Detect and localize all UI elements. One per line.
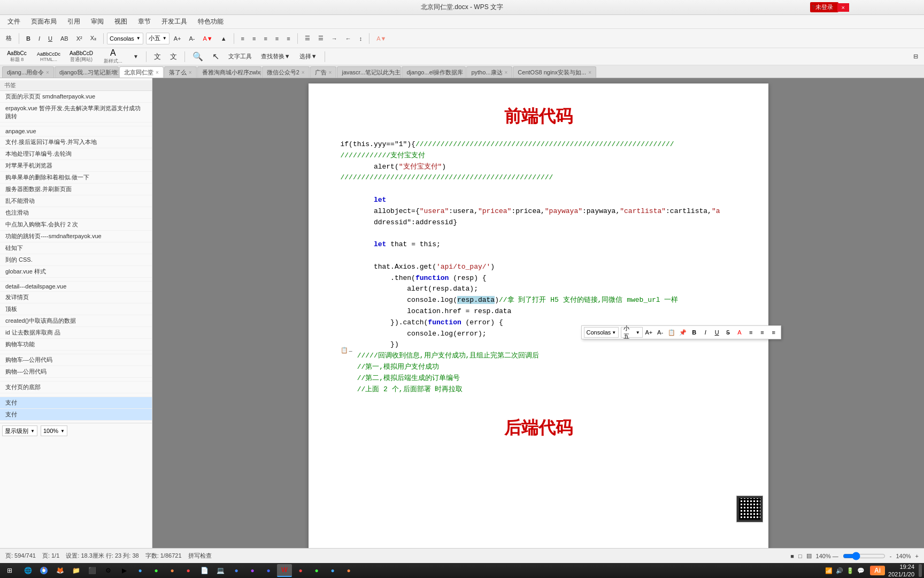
menu-chapter[interactable]: 章节 xyxy=(133,16,156,27)
zoom-level-dropdown[interactable]: 100% ▼ xyxy=(41,425,67,436)
sidebar-item-2[interactable] xyxy=(0,123,152,126)
strikethrough-btn[interactable]: AB xyxy=(57,33,72,44)
indent-increase-btn[interactable]: → xyxy=(328,33,341,44)
align-left-btn[interactable]: ≡ xyxy=(237,33,248,44)
tab-8[interactable]: django...el操作数据库 × xyxy=(402,66,466,78)
numbered-list-btn[interactable]: ☰ xyxy=(314,33,327,44)
menu-page-layout[interactable]: 页面布局 xyxy=(26,16,62,27)
taskbar-app-settings[interactable]: ⚙ xyxy=(101,564,116,577)
search-replace-icon[interactable]: 🔍 xyxy=(189,49,207,64)
sidebar-item-6[interactable]: 对苹果手机浏览器 xyxy=(0,160,152,172)
mini-font-increase[interactable]: A+ xyxy=(644,327,654,338)
superscript-btn[interactable]: X² xyxy=(73,33,86,44)
status-spellcheck[interactable]: 拼写检查 xyxy=(188,552,212,560)
styles-more-btn[interactable]: ▼ xyxy=(129,51,142,62)
layout-icon-2[interactable]: □ xyxy=(798,553,802,559)
taskbar-app-media[interactable]: ▶ xyxy=(117,564,132,577)
sidebar-item-19[interactable]: 顶板 xyxy=(0,303,152,315)
mini-indent-btn[interactable]: ≡ xyxy=(768,327,779,338)
style-new[interactable]: A 新样式... xyxy=(98,49,128,64)
start-button[interactable]: ⊞ xyxy=(2,564,17,577)
layout-icon-1[interactable]: ■ xyxy=(790,553,794,559)
translate-btn2[interactable]: 文 xyxy=(166,50,181,64)
menu-file[interactable]: 文件 xyxy=(2,16,26,27)
tab-6[interactable]: 广告 × xyxy=(310,66,337,78)
taskbar-app-red[interactable]: ● xyxy=(181,564,196,577)
document-area[interactable]: 前端代码 if(this.yyy=="1"){/////////////////… xyxy=(152,78,924,548)
menu-special[interactable]: 特色功能 xyxy=(192,16,229,27)
tab-9[interactable]: pytho...康达 × xyxy=(466,66,512,78)
zoom-in-btn[interactable]: + xyxy=(915,553,919,559)
style-heading8[interactable]: AaBbCc 标题 8 xyxy=(2,49,32,64)
style-normal-web[interactable]: AaBbCcD 普通(网站) xyxy=(66,49,97,64)
sidebar-item-29[interactable]: 支付 xyxy=(0,397,152,409)
sidebar-item-22[interactable]: 购物车功能 xyxy=(0,339,152,351)
sidebar-item-11[interactable]: 中点加入购物车.会执行 2 次 xyxy=(0,219,152,231)
sidebar-item-4[interactable]: 支付.接后返回订单编号.并写入本地 xyxy=(0,136,152,148)
tab-2-close[interactable]: × xyxy=(156,70,159,75)
sidebar-item-27[interactable]: 支付页的底部 xyxy=(0,382,152,393)
taskbar-app-b3[interactable]: ● xyxy=(261,564,276,577)
mini-bold-btn[interactable]: B xyxy=(689,327,699,338)
taskbar-app-r2[interactable]: ● xyxy=(293,564,308,577)
sidebar-item-12[interactable]: 功能的跳转页----smdnafterpayok.vue xyxy=(0,231,152,242)
font-color-btn[interactable]: A▼ xyxy=(199,33,216,44)
sidebar-item-9[interactable]: 乱不能滑动 xyxy=(0,195,152,207)
sidebar-item-20[interactable]: created()中取该商品的数据 xyxy=(0,315,152,327)
wps-collapse-btn[interactable]: ⊟ xyxy=(910,51,922,62)
tab-10[interactable]: CentOS8 nginx安装与如... × xyxy=(513,66,596,78)
tab-1[interactable]: django我...习笔记新增这个 × xyxy=(55,66,119,78)
sidebar-item-30[interactable]: 支付 xyxy=(0,409,152,421)
translate-btn[interactable]: 文 xyxy=(150,50,165,64)
indent-decrease-btn[interactable]: ← xyxy=(342,33,355,44)
bold-btn[interactable]: B xyxy=(22,33,34,44)
cursor-btn[interactable]: ↖ xyxy=(209,49,223,64)
tab-3-close[interactable]: × xyxy=(189,70,192,75)
sidebar-item-23[interactable] xyxy=(0,351,152,354)
tab-0-close[interactable]: × xyxy=(46,70,49,75)
close-btn[interactable]: × xyxy=(837,3,849,12)
mini-strikethrough-btn[interactable]: S̶ xyxy=(723,327,733,338)
tab-5-close[interactable]: × xyxy=(302,70,305,75)
taskbar-app-doc[interactable]: 📄 xyxy=(197,564,212,577)
align-center-btn[interactable]: ≡ xyxy=(249,33,259,44)
taskbar-app-blue1[interactable]: ● xyxy=(133,564,148,577)
sidebar-item-18[interactable]: 发详情页 xyxy=(0,292,152,303)
align-justify-btn[interactable]: ≡ xyxy=(272,33,282,44)
taskbar-app-edge[interactable]: 🌐 xyxy=(20,564,35,577)
subscript-btn[interactable]: X₂ xyxy=(87,33,100,44)
taskbar-app-cmd[interactable]: ⬛ xyxy=(84,564,99,577)
ai-button[interactable]: Ai xyxy=(870,566,885,575)
taskbar-app-ff[interactable]: 🦊 xyxy=(52,564,67,577)
tab-5[interactable]: 微信公众号2 × xyxy=(262,66,310,78)
sidebar-item-13[interactable]: 硅知下 xyxy=(0,242,152,254)
sidebar-item-28[interactable] xyxy=(0,393,152,397)
italic-btn[interactable]: I xyxy=(35,33,44,44)
layout-icon-3[interactable]: ▤ xyxy=(806,552,812,559)
sidebar-item-26[interactable] xyxy=(0,378,152,382)
show-level-dropdown[interactable]: 显示级别 ▼ xyxy=(2,425,37,436)
taskbar-app-b2[interactable]: ● xyxy=(229,564,244,577)
tab-7[interactable]: javascr...笔记以此为主 × xyxy=(337,66,401,78)
sidebar-item-8[interactable]: 服务器图数据.并刷新页面 xyxy=(0,184,152,195)
maximize-btn[interactable]: □ xyxy=(829,4,833,11)
font-name-dropdown[interactable]: Consolas ▼ xyxy=(107,33,143,44)
sidebar-item-5[interactable]: 本地处理订单编号.去轮询 xyxy=(0,148,152,160)
sidebar-item-14[interactable]: 到的 CSS. xyxy=(0,254,152,266)
tab-10-close[interactable]: × xyxy=(588,70,591,75)
taskbar-app-o2[interactable]: ● xyxy=(341,564,356,577)
tab-6-close[interactable]: × xyxy=(329,70,332,75)
shading-btn[interactable]: A▼ xyxy=(373,33,390,44)
menu-reference[interactable]: 引用 xyxy=(62,16,86,27)
zoom-out-btn[interactable]: - xyxy=(890,553,892,559)
sidebar-item-1[interactable]: erpayok.vue 暂停开发.先去解决苹果浏览器支付成功跳转 xyxy=(0,103,152,123)
select-btn[interactable]: 选择▼ xyxy=(296,50,321,63)
taskbar-app-green[interactable]: ● xyxy=(149,564,164,577)
sidebar-item-17[interactable]: detail---detailspage.vue xyxy=(0,282,152,292)
font-decrease-btn[interactable]: A- xyxy=(185,33,198,44)
align-right-btn[interactable]: ≡ xyxy=(260,33,271,44)
zoom-slider[interactable] xyxy=(843,552,886,560)
style-html[interactable]: AaBbCcDc HTML... xyxy=(33,49,64,64)
tab-9-close[interactable]: × xyxy=(505,70,508,75)
tray-msg[interactable]: 💬 xyxy=(857,567,865,574)
